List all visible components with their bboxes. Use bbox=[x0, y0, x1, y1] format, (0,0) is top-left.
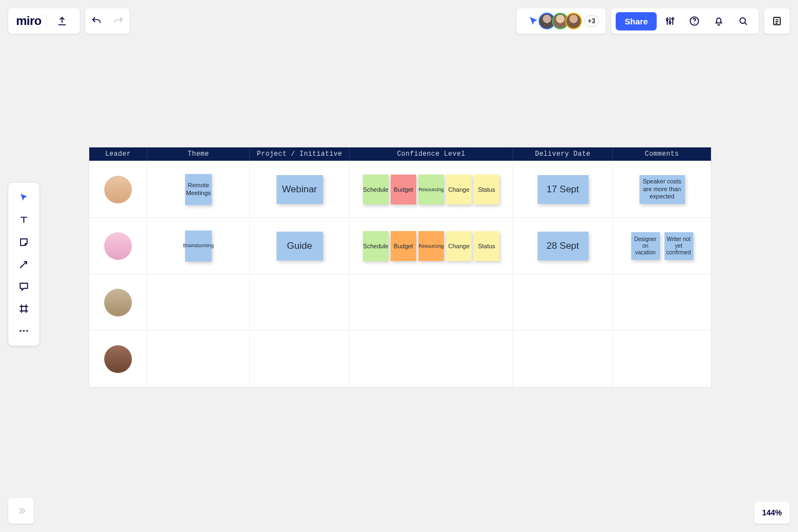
collaborators-panel: +3 bbox=[516, 8, 606, 34]
svg-point-4 bbox=[694, 23, 695, 24]
confidence-group: Schedule Budget Resourcing Change Status bbox=[362, 175, 500, 204]
more-tools[interactable] bbox=[13, 321, 35, 340]
sticky-confidence[interactable]: Budget bbox=[391, 175, 416, 204]
svg-point-9 bbox=[26, 330, 28, 331]
comment-tool[interactable] bbox=[13, 277, 35, 296]
svg-point-8 bbox=[23, 330, 24, 331]
select-tool[interactable] bbox=[13, 188, 35, 207]
sticky-project[interactable]: Webinar bbox=[277, 175, 323, 204]
redo-icon[interactable] bbox=[108, 8, 130, 34]
sticky-date[interactable]: 28 Sept bbox=[538, 232, 589, 260]
header-comments: Comments bbox=[613, 147, 711, 161]
share-button[interactable]: Share bbox=[616, 12, 657, 30]
svg-point-1 bbox=[669, 22, 671, 23]
notes-icon bbox=[771, 16, 782, 27]
sticky-confidence[interactable]: Resourcing bbox=[418, 175, 444, 204]
svg-point-2 bbox=[672, 18, 673, 19]
sticky-comment[interactable]: Speaker costs are more than expected bbox=[640, 175, 685, 204]
header-project: Project / Initiative bbox=[250, 147, 350, 161]
notes-panel[interactable] bbox=[764, 8, 790, 34]
confidence-group: Schedule Budget Resourcing Change Status bbox=[362, 231, 500, 261]
help-icon[interactable] bbox=[683, 8, 705, 34]
table-row: Brainstorming Guide Schedule Budget Reso… bbox=[89, 217, 711, 274]
sticky-comment[interactable]: Writer not yet confirmed bbox=[664, 232, 693, 260]
header-confidence: Confidence Level bbox=[350, 147, 513, 161]
settings-icon[interactable] bbox=[659, 8, 681, 34]
sticky-confidence[interactable]: Schedule bbox=[363, 175, 388, 204]
cursor-icon[interactable] bbox=[529, 16, 539, 26]
arrow-tool[interactable] bbox=[13, 255, 35, 274]
svg-point-7 bbox=[19, 330, 21, 331]
board-table[interactable]: Leader Theme Project / Initiative Confid… bbox=[89, 147, 712, 387]
sticky-confidence[interactable]: Status bbox=[474, 175, 499, 204]
sticky-date[interactable]: 17 Sept bbox=[538, 175, 589, 204]
table-row bbox=[89, 330, 711, 387]
sticky-confidence[interactable]: Schedule bbox=[363, 231, 388, 261]
header-leader: Leader bbox=[89, 147, 147, 161]
leader-avatar[interactable] bbox=[104, 176, 132, 203]
table-header-row: Leader Theme Project / Initiative Confid… bbox=[89, 147, 711, 161]
sticky-confidence[interactable]: Change bbox=[446, 231, 472, 261]
text-tool[interactable] bbox=[13, 211, 35, 229]
undo-icon[interactable] bbox=[85, 8, 108, 34]
sticky-theme[interactable]: Brainstorming bbox=[185, 231, 212, 262]
svg-point-0 bbox=[666, 19, 668, 21]
frame-tool[interactable] bbox=[13, 299, 35, 318]
table-row: Remote Meetings Webinar Schedule Budget … bbox=[89, 161, 711, 217]
logo-panel: miro bbox=[8, 8, 80, 34]
sticky-confidence[interactable]: Status bbox=[474, 231, 499, 261]
sticky-comment[interactable]: Designer on vacation bbox=[631, 232, 660, 260]
separator bbox=[46, 14, 47, 28]
header-theme: Theme bbox=[147, 147, 250, 161]
actions-panel: Share bbox=[611, 8, 759, 34]
sticky-confidence[interactable]: Budget bbox=[391, 231, 416, 261]
miro-logo[interactable]: miro bbox=[16, 14, 42, 28]
leader-avatar[interactable] bbox=[104, 232, 132, 260]
header-date: Delivery Date bbox=[513, 147, 613, 161]
zoom-indicator[interactable]: 144% bbox=[754, 502, 790, 524]
sticky-confidence[interactable]: Change bbox=[446, 175, 472, 204]
avatar[interactable] bbox=[565, 13, 582, 29]
expand-toolbar-button[interactable] bbox=[8, 498, 34, 524]
table-row bbox=[89, 274, 711, 330]
undo-redo-panel bbox=[85, 8, 130, 34]
sticky-theme[interactable]: Remote Meetings bbox=[185, 174, 212, 205]
sticky-confidence[interactable]: Resourcing bbox=[418, 231, 444, 261]
sticky-project[interactable]: Guide bbox=[277, 232, 323, 260]
leader-avatar[interactable] bbox=[104, 345, 132, 373]
bell-icon[interactable] bbox=[708, 8, 730, 34]
tool-rail bbox=[8, 183, 39, 346]
extra-users-pill[interactable]: +3 bbox=[584, 16, 600, 27]
svg-point-5 bbox=[740, 18, 745, 23]
upload-icon[interactable] bbox=[51, 8, 73, 34]
search-icon[interactable] bbox=[732, 8, 754, 34]
sticky-note-tool[interactable] bbox=[13, 233, 35, 252]
leader-avatar[interactable] bbox=[104, 289, 132, 316]
